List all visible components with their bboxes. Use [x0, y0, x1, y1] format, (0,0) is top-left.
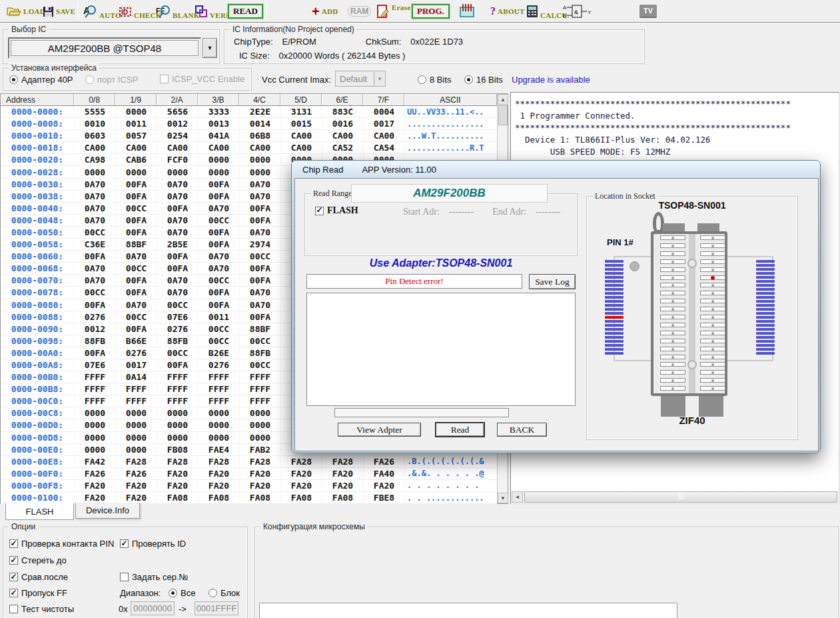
hex-cell[interactable]: 00CC	[157, 348, 198, 358]
hex-cell[interactable]: 00FA	[198, 179, 239, 189]
hex-row[interactable]: 0000-0018:CA00CA00CA00CA00CA00CA00CA52CA…	[1, 142, 497, 154]
hex-cell[interactable]: FA28	[157, 457, 198, 467]
tab-device-info[interactable]: Device.Info	[75, 503, 140, 519]
hex-cell[interactable]: FA20	[280, 469, 322, 479]
hex-cell[interactable]: CA00	[74, 143, 115, 153]
hex-cell[interactable]: 00FA	[157, 263, 198, 273]
hex-cell[interactable]: FA26	[363, 457, 404, 467]
hex-cell[interactable]: FA20	[115, 493, 157, 503]
hex-cell[interactable]: FB08	[157, 445, 198, 455]
16-bits-radio[interactable]: 16 Bits	[464, 75, 503, 85]
hex-cell[interactable]: 00CC	[239, 360, 280, 370]
hex-cell[interactable]: 0015	[280, 119, 322, 129]
hex-cell[interactable]: 0057	[115, 131, 157, 141]
hex-cell[interactable]: 0A70	[115, 251, 157, 261]
hex-cell[interactable]: 0000	[239, 420, 280, 430]
hex-cell[interactable]: 0A70	[74, 263, 115, 273]
hex-cell[interactable]: 3131	[280, 107, 322, 117]
scroll-down-button[interactable]: ▼	[498, 493, 508, 503]
hex-cell[interactable]: FFFF	[198, 384, 239, 394]
hex-cell[interactable]: 0016	[322, 119, 363, 129]
hex-cell[interactable]: 00FA	[74, 348, 115, 358]
hex-cell[interactable]: FFFF	[74, 384, 115, 394]
hex-cell[interactable]: 00CC	[157, 300, 198, 310]
hex-cell[interactable]: 0000	[74, 445, 115, 455]
hex-column-header[interactable]: ASCII	[404, 94, 497, 105]
hex-cell[interactable]: 00CC	[115, 203, 157, 213]
hex-cell[interactable]: 0012	[74, 324, 115, 334]
hex-cell[interactable]: CA00	[198, 143, 239, 153]
serial-number-checkbox[interactable]: Задать сер.№	[120, 572, 188, 582]
hex-cell[interactable]: FA40	[363, 469, 404, 479]
hex-column-header[interactable]: 5/D	[280, 94, 322, 105]
hex-row[interactable]: 0000-00E8:FA42FA28FA28FA28FA28FA28FA28FA…	[1, 456, 497, 468]
hex-cell[interactable]: 88FB	[157, 336, 198, 346]
hex-cell[interactable]: 0000	[198, 433, 239, 443]
add-button[interactable]: + ADD	[312, 3, 338, 20]
hex-cell[interactable]: 0000	[115, 420, 157, 430]
hex-cell[interactable]: FA26	[115, 469, 157, 479]
hex-cell[interactable]: 00FA	[157, 203, 198, 213]
hex-cell[interactable]: 0010	[74, 119, 115, 129]
hex-cell[interactable]: C36E	[74, 239, 115, 249]
hex-cell[interactable]: 0A70	[239, 287, 280, 297]
hex-cell[interactable]: CA00	[280, 143, 322, 153]
hex-cell[interactable]: FFFF	[74, 372, 115, 382]
hex-cell[interactable]: FA20	[280, 481, 322, 491]
hex-column-header[interactable]: 0/8	[74, 94, 115, 105]
hex-cell[interactable]: 00CC	[198, 336, 239, 346]
hex-cell[interactable]: 00FA	[239, 203, 280, 213]
range-to-input[interactable]: 0001FFFF	[195, 601, 238, 615]
scroll-left-button[interactable]: ◄	[512, 491, 523, 503]
8-bits-radio[interactable]: 8 Bits	[418, 75, 452, 85]
hex-cell[interactable]: FFFF	[239, 372, 280, 382]
hex-row[interactable]: 0000-00F0:FA26FA26FA20FA20FA20FA20FA20FA…	[1, 468, 497, 480]
hex-cell[interactable]: 0A70	[74, 191, 115, 201]
chip-test-button[interactable]	[458, 3, 476, 20]
auto-button[interactable]: A AUTO	[83, 3, 121, 20]
icsp-port-radio[interactable]: порт ICSP	[85, 75, 138, 85]
hex-cell[interactable]: 00CC	[74, 287, 115, 297]
hex-column-header[interactable]: 4/C	[239, 94, 280, 105]
hex-cell[interactable]: 0A70	[198, 203, 239, 213]
hex-cell[interactable]: 0A70	[157, 179, 198, 189]
scroll-thumb[interactable]	[498, 105, 508, 125]
hex-cell[interactable]: 0000	[157, 420, 198, 430]
hex-cell[interactable]: 0A70	[157, 227, 198, 237]
hex-cell[interactable]: 88BF	[239, 324, 280, 334]
hex-cell[interactable]: FFFF	[157, 396, 198, 406]
hex-cell[interactable]: 00FA	[198, 287, 239, 297]
hex-cell[interactable]: FA28	[239, 457, 280, 467]
hex-cell[interactable]: 0276	[157, 324, 198, 334]
hex-cell[interactable]: 00CC	[115, 312, 157, 322]
hex-cell[interactable]: CA00	[115, 143, 157, 153]
hex-cell[interactable]: 0A70	[239, 191, 280, 201]
hex-cell[interactable]: 0000	[74, 408, 115, 418]
hex-cell[interactable]: 00FA	[115, 191, 157, 201]
hex-cell[interactable]: CA54	[363, 143, 404, 153]
hex-column-header[interactable]: 1/9	[115, 94, 157, 105]
hex-cell[interactable]: 00FA	[115, 215, 157, 225]
save-log-button[interactable]: Save Log	[529, 274, 576, 289]
hex-cell[interactable]: 00FA	[198, 300, 239, 310]
hex-cell[interactable]: FA28	[280, 457, 322, 467]
hex-cell[interactable]: 0A70	[74, 179, 115, 189]
hex-cell[interactable]: FFFF	[157, 372, 198, 382]
hex-cell[interactable]: 0011	[198, 312, 239, 322]
hex-cell[interactable]: 0014	[239, 119, 280, 129]
hex-cell[interactable]: 0004	[363, 107, 404, 117]
hex-cell[interactable]: 0276	[74, 312, 115, 322]
pin-check-checkbox[interactable]: Проверка контакта PIN	[9, 539, 114, 549]
hex-cell[interactable]: FA20	[74, 493, 115, 503]
hex-cell[interactable]: 0A70	[239, 300, 280, 310]
hex-cell[interactable]: 0000	[157, 433, 198, 443]
hex-cell[interactable]: 0276	[115, 348, 157, 358]
hex-cell[interactable]: 0000	[74, 167, 115, 177]
hex-cell[interactable]: FA26	[74, 469, 115, 479]
hex-cell[interactable]: CA00	[239, 143, 280, 153]
hex-column-header[interactable]: 3/B	[198, 94, 239, 105]
hex-cell[interactable]: CA00	[322, 131, 363, 141]
hex-cell[interactable]: 0000	[198, 420, 239, 430]
hex-cell[interactable]: CA98	[74, 155, 115, 165]
hex-cell[interactable]: 00FA	[239, 263, 280, 273]
